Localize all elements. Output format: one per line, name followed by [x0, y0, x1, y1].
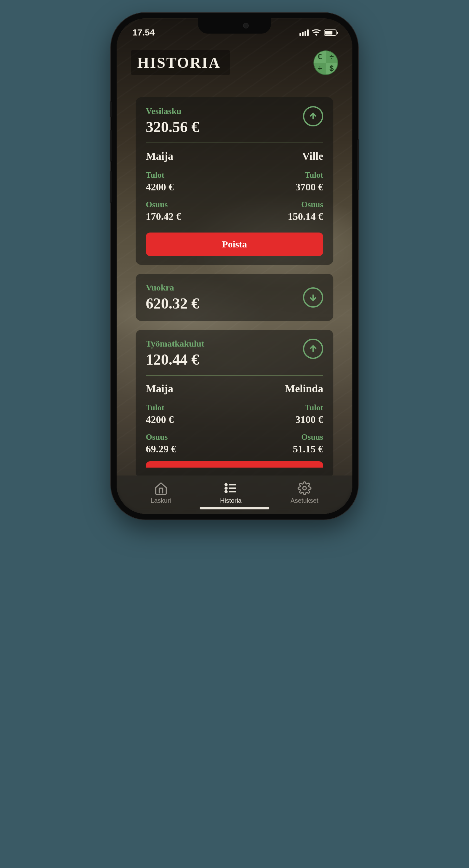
page-title: HISTORIA: [131, 50, 230, 75]
side-button: [110, 101, 112, 117]
share-label: Osuus: [146, 200, 181, 209]
income-value-left: 4200 €: [146, 181, 174, 193]
arrow-down-icon: [308, 292, 318, 303]
status-time: 17.54: [133, 28, 155, 38]
arrow-up-icon: [308, 344, 318, 354]
svg-point-1: [225, 487, 227, 489]
history-card: Vesilasku 320.56 € Maija Ville Tulot 420…: [136, 97, 333, 265]
person-name-right: Ville: [302, 150, 323, 162]
phone-device-frame: 17.54 HISTORIA €÷÷$ Vesilasku 320.56 €: [111, 13, 358, 520]
card-title: Vesilasku: [146, 106, 199, 116]
divider: [146, 143, 323, 143]
wifi-icon: [312, 29, 321, 36]
history-card: Työmatkakulut 120.44 € Maija Melinda Tul…: [136, 330, 333, 475]
svg-point-2: [225, 491, 227, 493]
tab-settings[interactable]: Asetukset: [291, 481, 319, 504]
tab-label: Historia: [220, 497, 241, 504]
income-label: Tulot: [295, 170, 323, 180]
power-button: [357, 140, 359, 190]
arrow-up-icon: [308, 111, 318, 121]
income-label: Tulot: [295, 403, 323, 412]
card-title: Työmatkakulut: [146, 339, 204, 349]
share-label: Osuus: [293, 432, 323, 442]
svg-point-6: [303, 487, 306, 490]
card-amount: 320.56 €: [146, 118, 199, 135]
tab-history[interactable]: Historia: [220, 481, 241, 504]
gear-icon: [298, 481, 312, 495]
tab-label: Laskuri: [150, 497, 171, 504]
person-name-right: Melinda: [285, 383, 323, 395]
status-icons: [299, 29, 336, 36]
card-title: Vuokra: [146, 283, 199, 293]
screen: 17.54 HISTORIA €÷÷$ Vesilasku 320.56 €: [117, 19, 352, 514]
battery-icon: [324, 29, 336, 36]
card-amount: 120.44 €: [146, 351, 204, 368]
header: HISTORIA €÷÷$: [117, 40, 352, 82]
card-amount: 620.32 €: [146, 294, 199, 312]
app-logo-icon[interactable]: €÷÷$: [314, 50, 338, 75]
person-name-left: Maija: [146, 150, 173, 162]
expand-button[interactable]: [303, 287, 323, 308]
delete-button[interactable]: [146, 461, 323, 468]
cellular-signal-icon: [299, 29, 309, 36]
income-value-right: 3700 €: [295, 181, 323, 193]
history-list[interactable]: Vesilasku 320.56 € Maija Ville Tulot 420…: [117, 82, 352, 475]
history-card: Vuokra 620.32 €: [136, 274, 333, 321]
divider: [146, 375, 323, 376]
income-value-right: 3100 €: [295, 414, 323, 426]
share-label: Osuus: [288, 200, 323, 209]
tab-calculator[interactable]: Laskuri: [150, 481, 171, 504]
list-icon: [224, 481, 238, 495]
income-value-left: 4200 €: [146, 414, 174, 426]
share-value-right: 150.14 €: [288, 211, 323, 222]
volume-down-button: [110, 171, 112, 203]
tab-label: Asetukset: [291, 497, 319, 504]
collapse-button[interactable]: [303, 106, 323, 126]
home-icon: [154, 481, 168, 495]
income-label: Tulot: [146, 403, 174, 412]
volume-up-button: [110, 130, 112, 161]
collapse-button[interactable]: [303, 339, 323, 359]
share-value-right: 51.15 €: [293, 443, 323, 455]
device-notch: [198, 19, 271, 34]
income-label: Tulot: [146, 170, 174, 180]
svg-point-0: [225, 484, 227, 486]
share-value-left: 69.29 €: [146, 443, 176, 455]
person-name-left: Maija: [146, 383, 173, 395]
delete-button[interactable]: Poista: [146, 232, 323, 256]
home-indicator[interactable]: [200, 507, 269, 509]
share-value-left: 170.42 €: [146, 211, 181, 222]
share-label: Osuus: [146, 432, 176, 442]
